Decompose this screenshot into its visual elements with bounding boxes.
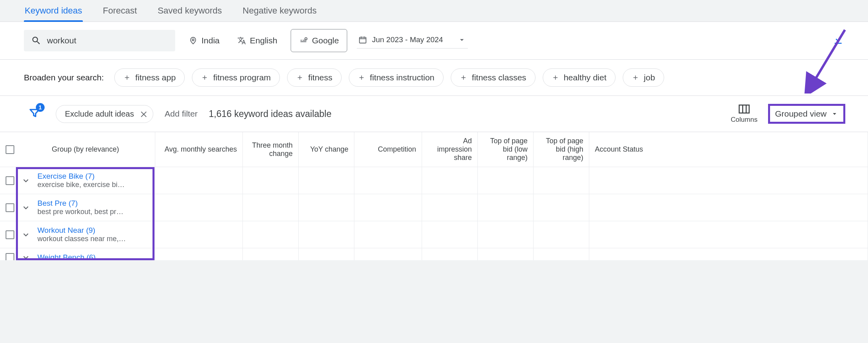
row-checkbox[interactable] <box>6 230 14 239</box>
row-checkbox[interactable] <box>6 203 14 212</box>
columns-button[interactable]: Columns <box>731 104 757 124</box>
broaden-chip[interactable]: fitness program <box>192 68 280 87</box>
plus-icon <box>460 74 467 81</box>
svg-rect-4 <box>739 105 749 113</box>
view-toggle[interactable]: Grouped view <box>769 105 844 123</box>
download-icon <box>832 34 844 46</box>
search-term: workout <box>47 36 76 45</box>
filter-row: 1 Exclude adult ideas Add filter 1,616 k… <box>0 96 868 132</box>
group-title: Workout Near (9) <box>37 226 126 235</box>
broaden-chip[interactable]: fitness instruction <box>349 68 444 87</box>
broaden-chip-label: fitness <box>308 73 332 82</box>
broaden-chip[interactable]: fitness <box>287 68 342 87</box>
table-row[interactable]: Exercise Bike (7) exercise bike, exercis… <box>0 167 868 194</box>
broaden-chip[interactable]: healthy diet <box>543 68 616 87</box>
add-filter-button[interactable]: Add filter <box>164 109 197 119</box>
columns-label: Columns <box>731 116 757 124</box>
chevron-down-icon[interactable] <box>22 203 30 212</box>
svg-rect-2 <box>360 37 366 43</box>
row-checkbox[interactable] <box>6 253 14 260</box>
network-selector[interactable]: Google <box>291 29 347 52</box>
plus-icon <box>296 74 303 81</box>
group-subtitle: workout classes near me,… <box>37 235 126 243</box>
search-icon <box>31 35 41 46</box>
calendar-icon <box>358 35 367 44</box>
col-three-month[interactable]: Three month change <box>243 132 299 167</box>
table-header: Group (by relevance) Avg. monthly search… <box>0 132 868 167</box>
tab-saved-keywords[interactable]: Saved keywords <box>157 3 223 21</box>
controls-row: workout India English Google Jun 2023 - … <box>0 22 868 60</box>
col-bid-high[interactable]: Top of page bid (high range) <box>534 132 589 167</box>
broaden-chip-label: fitness app <box>135 73 176 82</box>
table-row[interactable]: Workout Near (9) workout classes near me… <box>0 221 868 248</box>
filter-chip-label: Exclude adult ideas <box>65 109 134 119</box>
broaden-chip-label: healthy diet <box>564 73 606 82</box>
filter-funnel-button[interactable]: 1 <box>29 107 41 121</box>
download-button[interactable] <box>832 34 844 48</box>
group-title: Weight Bench (6) <box>37 253 96 260</box>
chevron-down-icon[interactable] <box>22 253 30 260</box>
filter-chip-exclude-adult[interactable]: Exclude adult ideas <box>56 105 153 123</box>
broaden-label: Broaden your search: <box>24 73 104 82</box>
col-account-status[interactable]: Account Status <box>589 132 868 167</box>
chevron-down-icon <box>457 35 466 44</box>
col-ad-impression[interactable]: Ad impression share <box>422 132 478 167</box>
plus-icon <box>123 74 131 81</box>
tab-negative-keywords[interactable]: Negative keywords <box>242 3 317 21</box>
chevron-down-icon[interactable] <box>22 176 30 185</box>
chevron-down-icon <box>831 110 839 118</box>
language-selector[interactable]: English <box>233 33 282 49</box>
chevron-down-icon[interactable] <box>22 230 30 239</box>
table-row[interactable]: Best Pre (7) best pre workout, best pr… <box>0 194 868 221</box>
columns-icon <box>738 104 750 114</box>
date-range-selector[interactable]: Jun 2023 - May 2024 <box>357 33 468 49</box>
view-toggle-label: Grouped view <box>775 109 827 119</box>
plus-icon <box>201 74 208 81</box>
select-all-checkbox[interactable] <box>6 145 14 154</box>
svg-point-1 <box>305 38 307 40</box>
col-yoy[interactable]: YoY change <box>299 132 354 167</box>
broaden-chip-label: fitness instruction <box>370 73 434 82</box>
col-competition[interactable]: Competition <box>354 132 422 167</box>
tab-keyword-ideas[interactable]: Keyword ideas <box>24 3 83 21</box>
broaden-chip[interactable]: fitness app <box>114 68 185 87</box>
tabs-bar: Keyword ideas Forecast Saved keywords Ne… <box>0 0 868 22</box>
col-group-label: Group (by relevance) <box>22 145 149 154</box>
broaden-chip-label: fitness classes <box>472 73 526 82</box>
plus-icon <box>552 74 559 81</box>
location-pin-icon <box>189 36 197 45</box>
plus-icon <box>358 74 365 81</box>
close-icon[interactable] <box>139 109 148 118</box>
col-group[interactable]: Group (by relevance) <box>0 132 155 167</box>
group-rows: Exercise Bike (7) exercise bike, exercis… <box>0 167 868 260</box>
group-subtitle: exercise bike, exercise bi… <box>37 181 125 189</box>
col-avg-searches[interactable]: Avg. monthly searches <box>155 132 243 167</box>
filter-count-badge: 1 <box>36 103 45 112</box>
svg-point-0 <box>192 39 194 41</box>
location-selector[interactable]: India <box>185 33 224 49</box>
broaden-chip[interactable]: job <box>623 68 664 87</box>
broaden-chip-label: fitness program <box>213 73 271 82</box>
network-label: Google <box>312 36 339 45</box>
tab-forecast[interactable]: Forecast <box>102 3 138 21</box>
date-range-label: Jun 2023 - May 2024 <box>372 35 443 44</box>
language-label: English <box>250 36 278 45</box>
location-label: India <box>201 36 220 45</box>
group-title: Best Pre (7) <box>37 199 123 208</box>
row-checkbox[interactable] <box>6 176 14 185</box>
results-table: Group (by relevance) Avg. monthly search… <box>0 132 868 260</box>
search-input[interactable]: workout <box>24 30 175 51</box>
ideas-available-label: 1,616 keyword ideas available <box>209 109 331 119</box>
broaden-chip-label: job <box>644 73 655 82</box>
translate-icon <box>237 36 246 45</box>
group-title: Exercise Bike (7) <box>37 172 125 181</box>
col-bid-low[interactable]: Top of page bid (low range) <box>478 132 534 167</box>
plus-icon <box>632 74 639 81</box>
broaden-row: Broaden your search: fitness app fitness… <box>0 60 868 96</box>
network-icon <box>299 36 308 45</box>
group-subtitle: best pre workout, best pr… <box>37 208 123 216</box>
broaden-chip[interactable]: fitness classes <box>451 68 536 87</box>
table-row[interactable]: Weight Bench (6) <box>0 248 868 260</box>
